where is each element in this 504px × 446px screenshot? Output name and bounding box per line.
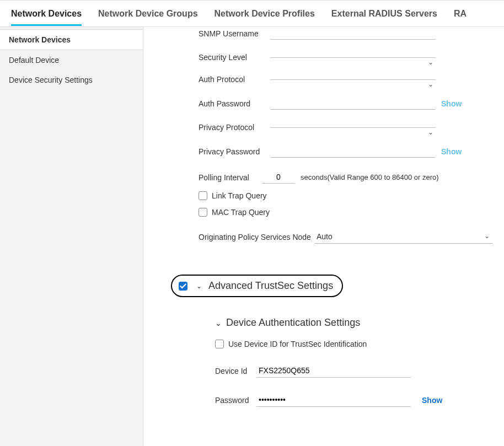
label-privacy-protocol: Privacy Protocol: [199, 123, 270, 132]
row-auth-password: Auth Password Show: [154, 97, 493, 110]
row-device-id: Device Id: [215, 364, 493, 378]
sidebar: Network Devices Default Device Device Se…: [0, 27, 143, 446]
tab-partial[interactable]: RA: [454, 2, 467, 25]
label-mac-trap-query: MAC Trap Query: [212, 208, 270, 217]
label-link-trap-query: Link Trap Query: [212, 191, 267, 200]
show-trustsec-password[interactable]: Show: [422, 396, 442, 405]
input-snmp-username[interactable]: [270, 27, 436, 40]
select-auth-protocol[interactable]: ⌄: [270, 79, 436, 80]
row-privacy-password: Privacy Password Show: [154, 145, 493, 158]
help-polling-interval: seconds(Valid Range 600 to 86400 or zero…: [301, 173, 439, 181]
section-device-auth-settings[interactable]: ⌄ Device Authentication Settings: [215, 317, 493, 329]
input-trustsec-password[interactable]: [256, 393, 411, 407]
label-use-device-id: Use Device ID for TrustSec Identificatio…: [228, 340, 367, 348]
sidebar-item-default-device[interactable]: Default Device: [0, 50, 143, 70]
row-snmp-username: SNMP Username: [154, 27, 493, 40]
row-privacy-protocol: Privacy Protocol ⌄: [154, 123, 493, 132]
row-mac-trap-query: MAC Trap Query: [199, 208, 493, 217]
checkbox-link-trap-query[interactable]: [199, 191, 207, 200]
row-originating-psn: Originating Policy Services Node Auto ⌄: [199, 230, 493, 244]
chevron-down-icon: ⌄: [484, 232, 490, 240]
layout: Network Devices Default Device Device Se…: [0, 27, 504, 446]
chevron-down-icon: ⌄: [196, 282, 202, 290]
select-security-level[interactable]: ⌄: [270, 57, 436, 58]
header-advanced-trustsec: Advanced TrustSec Settings: [208, 280, 333, 292]
checkbox-mac-trap-query[interactable]: [199, 208, 207, 217]
label-privacy-password: Privacy Password: [199, 147, 270, 156]
content: SNMP Username Security Level ⌄ Auth Prot…: [143, 27, 504, 446]
show-auth-password[interactable]: Show: [441, 99, 462, 108]
row-polling-interval: Polling Interval seconds(Valid Range 600…: [154, 171, 493, 184]
row-trustsec-password: Password Show: [215, 393, 493, 407]
label-device-id: Device Id: [215, 367, 256, 375]
label-security-level: Security Level: [199, 53, 270, 62]
input-auth-password[interactable]: [270, 97, 436, 110]
tab-network-device-profiles[interactable]: Network Device Profiles: [215, 2, 315, 25]
row-use-device-id: Use Device ID for TrustSec Identificatio…: [215, 340, 493, 348]
show-privacy-password[interactable]: Show: [441, 147, 462, 156]
label-snmp-username: SNMP Username: [199, 29, 270, 38]
select-privacy-protocol[interactable]: ⌄: [270, 127, 436, 128]
input-privacy-password[interactable]: [270, 145, 436, 158]
section-advanced-trustsec[interactable]: ⌄ Advanced TrustSec Settings: [171, 275, 343, 297]
row-link-trap-query: Link Trap Query: [199, 191, 493, 200]
sidebar-item-device-security-settings[interactable]: Device Security Settings: [0, 70, 143, 90]
chevron-down-icon: ⌄: [428, 128, 433, 136]
tab-network-devices[interactable]: Network Devices: [11, 2, 82, 25]
checkbox-advanced-trustsec[interactable]: [179, 282, 187, 291]
chevron-down-icon: ⌄: [215, 319, 222, 327]
input-polling-interval[interactable]: [262, 171, 295, 184]
input-device-id[interactable]: [256, 364, 411, 378]
top-tabs: Network Devices Network Device Groups Ne…: [0, 1, 504, 27]
chevron-down-icon: ⌄: [428, 58, 433, 66]
row-security-level: Security Level ⌄: [154, 53, 493, 62]
select-originating-psn[interactable]: Auto ⌄: [314, 230, 493, 244]
header-device-auth-settings: Device Authentication Settings: [226, 317, 360, 329]
label-trustsec-password: Password: [215, 396, 256, 405]
label-auth-password: Auth Password: [199, 99, 270, 108]
label-auth-protocol: Auth Protocol: [199, 75, 270, 84]
label-polling-interval: Polling Interval: [199, 173, 262, 182]
label-originating-psn: Originating Policy Services Node: [199, 233, 314, 241]
value-originating-psn: Auto: [317, 232, 333, 241]
tab-network-device-groups[interactable]: Network Device Groups: [98, 2, 198, 25]
row-auth-protocol: Auth Protocol ⌄: [154, 75, 493, 84]
sidebar-item-network-devices[interactable]: Network Devices: [0, 29, 143, 50]
checkbox-use-device-id[interactable]: [215, 340, 224, 348]
chevron-down-icon: ⌄: [428, 80, 433, 88]
tab-external-radius-servers[interactable]: External RADIUS Servers: [331, 2, 437, 25]
